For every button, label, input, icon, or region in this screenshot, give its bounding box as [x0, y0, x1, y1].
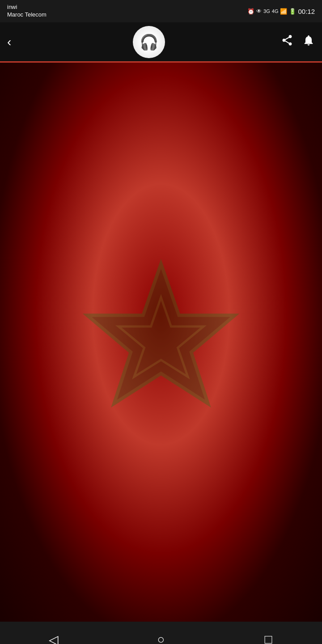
time-display: 00:12 [298, 8, 315, 15]
carrier-name: inwi [7, 4, 47, 11]
network-name: Maroc Telecom [7, 11, 47, 19]
notification-button[interactable] [302, 34, 315, 50]
eye-icon: 👁 [256, 8, 262, 14]
app-logo-area: 🎧 [17, 26, 281, 58]
nav-recent-button[interactable]: □ [255, 632, 282, 644]
toolbar-actions [281, 34, 315, 50]
nav-home-button[interactable]: ○ [148, 632, 174, 644]
signal-3g: 3G [263, 8, 270, 14]
alarm-icon: ⏰ [247, 8, 254, 15]
status-icons: ⏰ 👁 3G 4G 📶 🔋 00:12 [247, 8, 315, 15]
share-button[interactable] [281, 34, 293, 50]
nav-back-button[interactable]: ◁ [40, 632, 67, 644]
back-button[interactable]: ‹ [7, 35, 11, 49]
signal-bars: 📶 [280, 8, 287, 15]
toolbar: ‹ 🎧 [0, 22, 322, 63]
status-bar: inwi Maroc Telecom ⏰ 👁 3G 4G 📶 🔋 00:12 [0, 0, 322, 22]
nav-bar: ◁ ○ □ [0, 622, 322, 644]
signal-4g: 4G [272, 8, 279, 14]
carrier-info: inwi Maroc Telecom [7, 4, 47, 19]
svg-marker-1 [119, 297, 203, 377]
svg-marker-0 [87, 264, 235, 404]
content-area [0, 63, 322, 622]
app-logo: 🎧 [133, 26, 165, 58]
morocco-star-overlay [49, 230, 273, 454]
battery-icon: 🔋 [289, 8, 296, 15]
